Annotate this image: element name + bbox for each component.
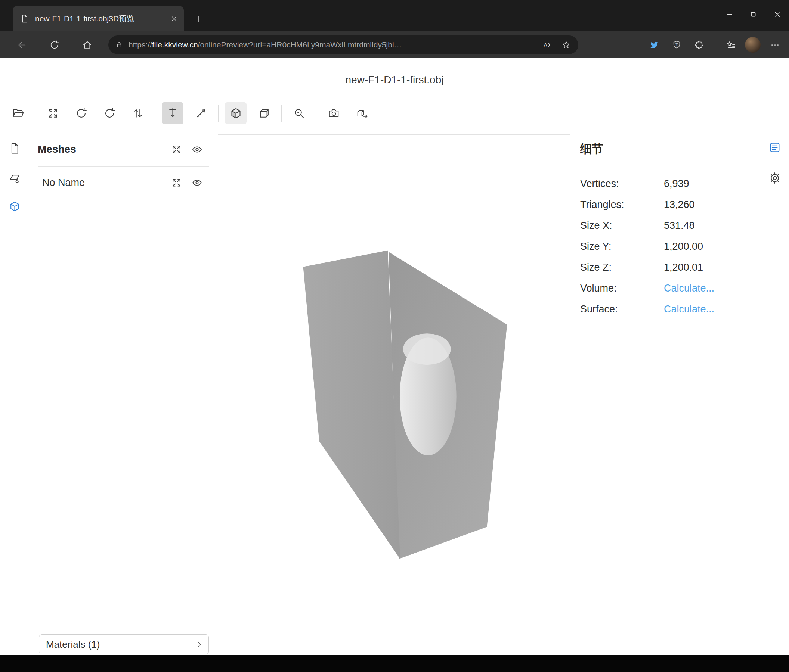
details-rows: Vertices: 6,939 Triangles: 13,260 Size X… (580, 173, 753, 320)
detail-value: 1,200.00 (664, 241, 703, 252)
detail-value: 1,200.01 (664, 262, 703, 273)
cube-3d-icon (9, 201, 21, 213)
meshes-panel: Meshes No Name Materials (1) (29, 134, 217, 655)
perspective-view-button[interactable] (225, 102, 247, 124)
toolbar-separator (281, 105, 282, 122)
detail-value: 531.48 (664, 220, 695, 231)
tab-close-icon[interactable] (170, 15, 178, 22)
toolbar-divider (715, 39, 715, 50)
extension-shield-button[interactable] (668, 37, 685, 53)
materials-icon (9, 171, 21, 184)
fit-view-button[interactable] (42, 102, 64, 124)
refresh-icon (50, 40, 59, 50)
visibility-all-eye-icon[interactable] (192, 144, 203, 155)
tab-favicon-icon (20, 14, 29, 23)
detail-row-vertices: Vertices: 6,939 (580, 173, 753, 194)
toolbar-separator (218, 105, 219, 122)
lock-icon[interactable] (115, 41, 123, 49)
detail-label: Size Y: (580, 241, 664, 252)
materials-button[interactable]: Materials (1) (39, 634, 209, 654)
detail-label: Volume: (580, 283, 664, 294)
detail-label: Surface: (580, 304, 664, 315)
perspective-cube-icon (230, 107, 242, 119)
materials-tab-button[interactable] (7, 169, 22, 185)
export-view-button[interactable] (351, 102, 373, 124)
favorite-button[interactable] (559, 38, 573, 52)
home-icon (82, 40, 92, 50)
extensions-button[interactable] (691, 37, 707, 53)
gear-icon (768, 172, 781, 185)
detail-row-size-x: Size X: 531.48 (580, 215, 753, 236)
detail-value: 6,939 (664, 178, 689, 189)
star-icon (562, 40, 571, 49)
plus-icon (194, 14, 203, 24)
mesh-list-item[interactable]: No Name (38, 172, 209, 193)
url-text[interactable]: https://file.kkview.cn/onlinePreview?url… (128, 40, 534, 49)
detail-label: Triangles: (580, 199, 664, 210)
calculate-volume-link[interactable]: Calculate... (664, 283, 714, 294)
screenshot-button[interactable] (323, 102, 345, 124)
fit-all-icon[interactable] (171, 144, 182, 155)
magnify-button[interactable] (288, 102, 310, 124)
minimize-button[interactable] (717, 0, 741, 29)
read-aloud-icon (542, 40, 551, 49)
maximize-icon (749, 10, 757, 18)
file-info-tab-button[interactable] (7, 140, 22, 156)
panel-divider (38, 166, 209, 167)
details-header: 细节 (580, 141, 603, 157)
visibility-eye-icon[interactable] (192, 177, 203, 188)
home-button[interactable] (78, 35, 96, 54)
tab-title: new-F1-D1-1-first.obj3D预览 (35, 13, 165, 24)
settings-button[interactable] (767, 170, 783, 186)
page-content: new-F1-D1-1-first.obj (0, 58, 789, 655)
move-tool-button[interactable] (162, 102, 184, 124)
bottom-bar (0, 655, 789, 672)
favorites-hub-icon (726, 40, 736, 50)
details-panel-button[interactable] (767, 140, 783, 155)
detail-label: Size X: (580, 220, 664, 231)
browser-window: new-F1-D1-1-first.obj3D预览 https://file.k… (0, 0, 789, 672)
meshes-header: Meshes (38, 139, 209, 160)
refresh-button[interactable] (45, 35, 64, 54)
calculate-surface-link[interactable]: Calculate... (664, 304, 714, 315)
details-divider (580, 164, 750, 164)
detail-row-size-z: Size Z: 1,200.01 (580, 257, 753, 278)
read-aloud-button[interactable] (540, 38, 554, 52)
new-tab-button[interactable] (191, 12, 206, 26)
fit-view-icon (47, 107, 59, 119)
mesh-name: No Name (38, 177, 171, 188)
browser-tab[interactable]: new-F1-D1-1-first.obj3D预览 (13, 6, 184, 31)
measure-line-icon (195, 107, 207, 119)
detail-row-volume: Volume: Calculate... (580, 278, 753, 299)
detail-row-surface: Surface: Calculate... (580, 299, 753, 320)
rotate-z-button[interactable] (99, 102, 120, 124)
address-bar[interactable]: https://file.kkview.cn/onlinePreview?url… (109, 35, 578, 54)
maximize-button[interactable] (741, 0, 765, 29)
cube-export-icon (356, 107, 368, 119)
camera-icon (327, 107, 340, 119)
model-tab-button[interactable] (7, 199, 22, 214)
back-button[interactable] (12, 35, 31, 54)
viewport-3d[interactable] (218, 134, 570, 655)
measure-line-button[interactable] (190, 102, 212, 124)
orthographic-view-button[interactable] (253, 102, 275, 124)
move-icon (167, 107, 179, 119)
bird-icon (649, 40, 660, 50)
favorites-hub-button[interactable] (722, 37, 739, 53)
flip-vertical-button[interactable] (127, 102, 149, 124)
materials-label: Materials (1) (46, 639, 100, 650)
back-icon (17, 40, 27, 50)
close-button[interactable] (765, 0, 789, 29)
close-icon (773, 10, 781, 19)
toolbar (4, 100, 376, 126)
titlebar: new-F1-D1-1-first.obj3D预览 (0, 0, 789, 31)
profile-avatar[interactable] (745, 37, 760, 53)
document-icon (9, 142, 21, 154)
rotate-x-button[interactable] (70, 102, 92, 124)
extension-bird-button[interactable] (646, 37, 662, 53)
right-rail (760, 140, 789, 186)
fit-mesh-icon[interactable] (171, 177, 182, 188)
open-file-button[interactable] (7, 102, 29, 124)
detail-value: 13,260 (664, 199, 695, 210)
browser-menu-button[interactable] (767, 37, 783, 53)
